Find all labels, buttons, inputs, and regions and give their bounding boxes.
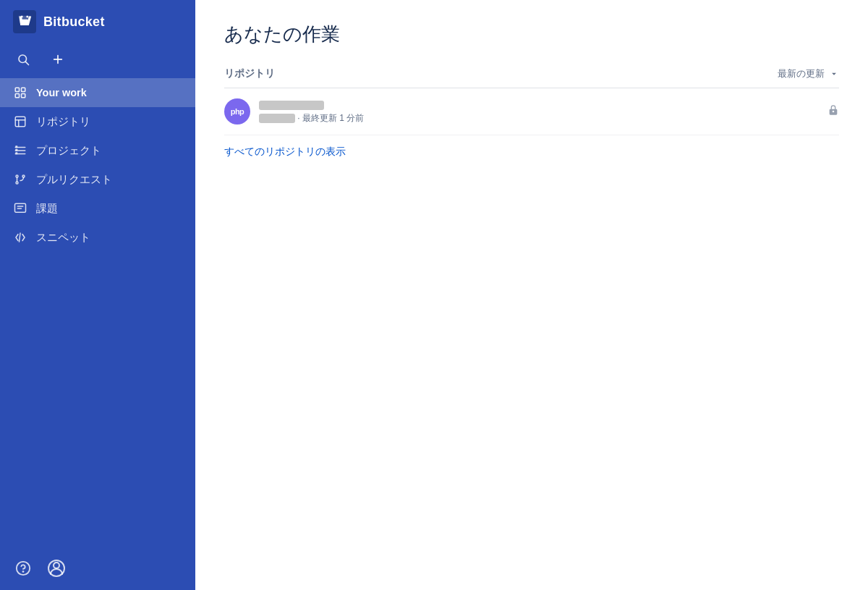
user-avatar[interactable] [46,558,67,578]
sort-control[interactable]: 最新の更新 [778,67,839,80]
repo-name-redacted [259,101,324,110]
help-icon[interactable] [13,558,33,578]
page-title: あなたの作業 [224,22,839,47]
sidebar-item-label-projects: プロジェクト [36,144,101,158]
repo-list-item[interactable]: php · 最終更新 1 分前 [224,88,839,135]
repo-meta: · 最終更新 1 分前 [259,112,819,125]
sidebar-header: Bitbucket [0,0,195,43]
sidebar-item-label-snippets: スニペット [36,231,90,245]
lock-icon [827,104,839,119]
svg-rect-15 [15,152,17,154]
sidebar-quick-actions [0,43,195,75]
sidebar-item-label-repositories: リポジトリ [36,115,90,129]
your-work-icon [13,85,27,100]
svg-rect-13 [15,146,17,148]
view-all-repos-link[interactable]: すべてのリポジトリの表示 [224,146,346,159]
repo-owner-redacted [259,114,295,123]
svg-rect-10 [15,117,25,127]
sidebar-item-label-your-work: Your work [36,87,87,98]
search-icon[interactable] [13,49,33,69]
sidebar-footer [0,547,195,590]
svg-rect-9 [22,94,25,98]
issues-icon [13,201,27,216]
snippets-icon [13,230,27,245]
svg-rect-6 [15,88,19,91]
sidebar-item-pull-requests[interactable]: プルリクエスト [0,165,195,194]
sidebar-item-label-pull-requests: プルリクエスト [36,173,112,187]
svg-rect-7 [22,88,25,91]
repo-info: · 最終更新 1 分前 [259,99,819,125]
sidebar-nav: Your work リポジトリ プ [0,78,195,547]
projects-icon [13,143,27,158]
repositories-section-header: リポジトリ 最新の更新 [224,67,839,88]
sidebar: Bitbucket [0,0,195,590]
sidebar-item-projects[interactable]: プロジェクト [0,136,195,165]
repo-avatar: php [224,98,250,125]
sidebar-item-issues[interactable]: 課題 [0,194,195,223]
repo-name [259,99,819,111]
svg-rect-8 [15,94,19,98]
svg-line-3 [25,62,28,64]
main-content-area: あなたの作業 リポジトリ 最新の更新 php · [195,0,868,590]
bitbucket-logo[interactable] [13,10,36,33]
sidebar-item-snippets[interactable]: スニペット [0,223,195,252]
sidebar-item-repositories[interactable]: リポジトリ [0,107,195,136]
svg-line-22 [20,233,21,242]
sidebar-item-label-issues: 課題 [36,202,58,216]
repositories-section-title: リポジトリ [224,67,275,80]
svg-point-25 [54,562,59,568]
sort-label: 最新の更新 [778,67,825,80]
chevron-down-icon [829,69,839,79]
avatar-text: php [231,107,244,116]
svg-rect-14 [15,149,17,151]
repo-updated: · 最終更新 1 分前 [297,113,364,123]
pull-requests-icon [13,172,27,187]
repositories-icon [13,114,27,129]
app-title: Bitbucket [43,14,105,30]
create-icon[interactable] [48,49,68,69]
sidebar-item-your-work[interactable]: Your work [0,78,195,107]
